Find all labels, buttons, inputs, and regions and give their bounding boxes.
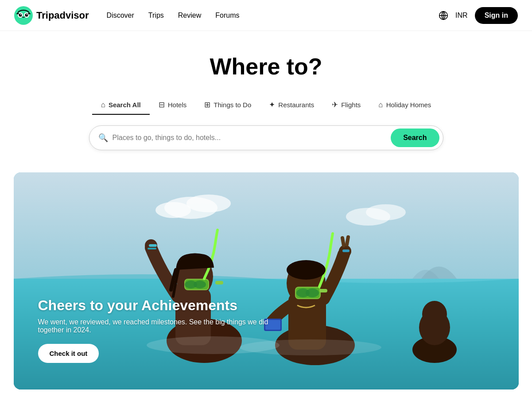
svg-point-0 bbox=[14, 6, 33, 25]
svg-point-75 bbox=[422, 301, 447, 327]
svg-point-44 bbox=[186, 195, 231, 212]
hotels-icon: ⊟ bbox=[159, 100, 165, 109]
hero-bg-image: Cheers to your Achievements We went, we … bbox=[14, 172, 519, 390]
hero-section: Where to? ⌂ Search All ⊟ Hotels ⊞ Things… bbox=[0, 31, 532, 164]
svg-rect-59 bbox=[148, 248, 156, 249]
search-bar: 🔍 Search bbox=[89, 125, 443, 150]
tab-flights[interactable]: ✈ Flights bbox=[323, 96, 369, 115]
restaurants-icon: ✦ bbox=[269, 100, 275, 109]
tab-flights-label: Flights bbox=[341, 101, 361, 109]
nav-trips[interactable]: Trips bbox=[148, 12, 164, 19]
tab-hotels[interactable]: ⊟ Hotels bbox=[150, 96, 196, 115]
search-all-icon: ⌂ bbox=[101, 101, 105, 109]
navbar: Tripadvisor Discover Trips Review Forums… bbox=[0, 0, 532, 31]
tab-holiday-homes-label: Holiday Homes bbox=[386, 101, 431, 109]
currency-label[interactable]: INR bbox=[455, 12, 468, 19]
logo[interactable]: Tripadvisor bbox=[14, 6, 89, 25]
things-icon: ⊞ bbox=[204, 100, 210, 109]
svg-point-3 bbox=[19, 13, 22, 16]
svg-rect-72 bbox=[342, 249, 349, 252]
hero-banner: Cheers to your Achievements We went, we … bbox=[14, 172, 519, 390]
svg-point-56 bbox=[194, 280, 206, 288]
svg-point-6 bbox=[27, 14, 27, 15]
svg-rect-70 bbox=[319, 289, 327, 292]
search-icon: 🔍 bbox=[98, 133, 108, 143]
tab-search-all[interactable]: ⌂ Search All bbox=[92, 96, 150, 115]
svg-point-71 bbox=[287, 260, 326, 280]
logo-label: Tripadvisor bbox=[36, 10, 89, 21]
tab-search-all-label: Search All bbox=[109, 101, 141, 109]
hero-banner-title: Cheers to your Achievements bbox=[38, 297, 268, 314]
tab-things-to-do[interactable]: ⊞ Things to Do bbox=[195, 96, 260, 115]
svg-point-5 bbox=[20, 14, 21, 15]
nav-forums[interactable]: Forums bbox=[215, 12, 239, 19]
search-input[interactable] bbox=[113, 134, 391, 142]
tab-restaurants[interactable]: ✦ Restaurants bbox=[260, 96, 323, 115]
nav-right: INR Sign in bbox=[439, 7, 518, 24]
hero-title: Where to? bbox=[210, 53, 322, 80]
holiday-homes-icon: ⌂ bbox=[378, 101, 383, 109]
nav-review[interactable]: Review bbox=[178, 12, 201, 19]
flights-icon: ✈ bbox=[332, 100, 338, 109]
tab-things-label: Things to Do bbox=[214, 101, 251, 109]
svg-point-4 bbox=[25, 13, 28, 16]
nav-discover[interactable]: Discover bbox=[107, 12, 134, 19]
search-button[interactable]: Search bbox=[391, 129, 439, 147]
svg-rect-57 bbox=[215, 281, 223, 284]
svg-rect-58 bbox=[149, 244, 157, 247]
check-it-out-button[interactable]: Check it out bbox=[38, 344, 99, 363]
logo-icon bbox=[14, 6, 33, 25]
tab-restaurants-label: Restaurants bbox=[278, 101, 314, 109]
hero-banner-subtitle: We went, we reviewed, we reached milesto… bbox=[38, 318, 268, 334]
globe-icon[interactable] bbox=[439, 11, 448, 20]
search-tabs: ⌂ Search All ⊟ Hotels ⊞ Things to Do ✦ R… bbox=[92, 96, 440, 115]
hero-text-overlay: Cheers to your Achievements We went, we … bbox=[38, 297, 268, 363]
svg-point-69 bbox=[306, 288, 319, 297]
svg-point-45 bbox=[155, 202, 191, 218]
nav-links: Discover Trips Review Forums bbox=[107, 12, 439, 19]
signin-button[interactable]: Sign in bbox=[475, 7, 518, 24]
svg-point-47 bbox=[366, 204, 406, 220]
tab-hotels-label: Hotels bbox=[168, 101, 187, 109]
tab-holiday-homes[interactable]: ⌂ Holiday Homes bbox=[369, 96, 440, 115]
